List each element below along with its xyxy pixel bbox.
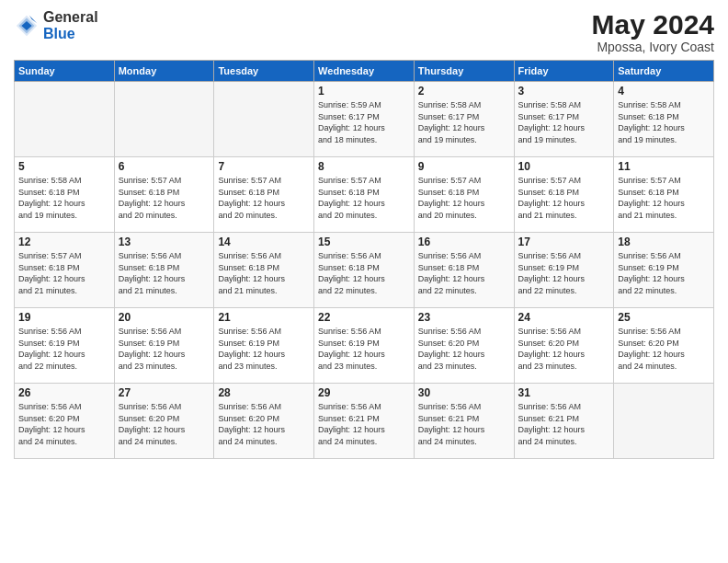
title-block: May 2024 Mpossa, Ivory Coast — [592, 9, 714, 54]
day-info: Sunrise: 5:56 AM Sunset: 6:20 PM Dayligh… — [418, 326, 510, 372]
day-number: 27 — [119, 386, 210, 399]
day-number: 3 — [518, 85, 610, 98]
day-number: 10 — [518, 160, 610, 173]
table-cell: 3Sunrise: 5:58 AM Sunset: 6:17 PM Daylig… — [514, 82, 614, 157]
day-number: 23 — [418, 311, 510, 324]
table-cell: 11Sunrise: 5:57 AM Sunset: 6:18 PM Dayli… — [614, 157, 714, 233]
table-cell: 4Sunrise: 5:58 AM Sunset: 6:18 PM Daylig… — [614, 82, 714, 157]
table-cell — [15, 82, 115, 157]
table-cell: 18Sunrise: 5:56 AM Sunset: 6:19 PM Dayli… — [614, 233, 714, 308]
day-number: 31 — [518, 386, 610, 399]
table-cell: 24Sunrise: 5:56 AM Sunset: 6:20 PM Dayli… — [514, 308, 614, 384]
day-info: Sunrise: 5:57 AM Sunset: 6:18 PM Dayligh… — [618, 175, 710, 221]
day-info: Sunrise: 5:56 AM Sunset: 6:18 PM Dayligh… — [119, 250, 210, 296]
table-cell: 20Sunrise: 5:56 AM Sunset: 6:19 PM Dayli… — [114, 308, 214, 384]
table-cell: 2Sunrise: 5:58 AM Sunset: 6:17 PM Daylig… — [414, 82, 514, 157]
title-location: Mpossa, Ivory Coast — [592, 40, 714, 54]
day-info: Sunrise: 5:57 AM Sunset: 6:18 PM Dayligh… — [418, 175, 510, 221]
calendar-week-4: 19Sunrise: 5:56 AM Sunset: 6:19 PM Dayli… — [15, 308, 714, 384]
title-month: May 2024 — [592, 9, 714, 40]
table-cell: 10Sunrise: 5:57 AM Sunset: 6:18 PM Dayli… — [514, 157, 614, 233]
col-monday: Monday — [114, 61, 214, 82]
table-cell: 31Sunrise: 5:56 AM Sunset: 6:21 PM Dayli… — [514, 384, 614, 459]
table-cell: 23Sunrise: 5:56 AM Sunset: 6:20 PM Dayli… — [414, 308, 514, 384]
day-number: 18 — [618, 236, 710, 248]
table-cell: 19Sunrise: 5:56 AM Sunset: 6:19 PM Dayli… — [15, 308, 115, 384]
day-info: Sunrise: 5:59 AM Sunset: 6:17 PM Dayligh… — [318, 99, 410, 145]
logo: General Blue — [14, 9, 98, 41]
day-info: Sunrise: 5:56 AM Sunset: 6:18 PM Dayligh… — [418, 250, 510, 296]
day-number: 2 — [418, 85, 510, 98]
day-info: Sunrise: 5:56 AM Sunset: 6:20 PM Dayligh… — [218, 401, 310, 447]
day-number: 25 — [618, 311, 710, 324]
table-cell — [214, 82, 314, 157]
logo-general-text: General — [43, 9, 98, 25]
day-info: Sunrise: 5:58 AM Sunset: 6:17 PM Dayligh… — [418, 99, 510, 145]
day-number: 21 — [218, 311, 310, 324]
day-number: 20 — [119, 311, 210, 324]
calendar-week-2: 5Sunrise: 5:58 AM Sunset: 6:18 PM Daylig… — [15, 157, 714, 233]
day-number: 30 — [418, 386, 510, 399]
day-number: 11 — [618, 160, 710, 173]
day-number: 13 — [119, 236, 210, 248]
day-number: 9 — [418, 160, 510, 173]
logo-icon — [14, 13, 40, 39]
table-cell — [614, 384, 714, 459]
day-number: 6 — [119, 160, 210, 173]
day-info: Sunrise: 5:56 AM Sunset: 6:21 PM Dayligh… — [318, 401, 410, 447]
table-cell: 22Sunrise: 5:56 AM Sunset: 6:19 PM Dayli… — [314, 308, 415, 384]
day-number: 29 — [318, 386, 410, 399]
col-thursday: Thursday — [414, 61, 514, 82]
col-wednesday: Wednesday — [314, 61, 415, 82]
day-number: 26 — [18, 386, 110, 399]
day-number: 4 — [618, 85, 710, 98]
day-info: Sunrise: 5:57 AM Sunset: 6:18 PM Dayligh… — [218, 175, 310, 221]
day-number: 7 — [218, 160, 310, 173]
day-number: 8 — [318, 160, 410, 173]
day-info: Sunrise: 5:58 AM Sunset: 6:18 PM Dayligh… — [618, 99, 710, 145]
day-info: Sunrise: 5:56 AM Sunset: 6:21 PM Dayligh… — [518, 401, 610, 447]
day-info: Sunrise: 5:56 AM Sunset: 6:20 PM Dayligh… — [18, 401, 110, 447]
table-cell: 17Sunrise: 5:56 AM Sunset: 6:19 PM Dayli… — [514, 233, 614, 308]
table-cell: 8Sunrise: 5:57 AM Sunset: 6:18 PM Daylig… — [314, 157, 415, 233]
day-info: Sunrise: 5:56 AM Sunset: 6:18 PM Dayligh… — [318, 250, 410, 296]
day-info: Sunrise: 5:56 AM Sunset: 6:19 PM Dayligh… — [518, 250, 610, 296]
table-cell: 26Sunrise: 5:56 AM Sunset: 6:20 PM Dayli… — [15, 384, 115, 459]
calendar-week-5: 26Sunrise: 5:56 AM Sunset: 6:20 PM Dayli… — [15, 384, 714, 459]
table-cell: 27Sunrise: 5:56 AM Sunset: 6:20 PM Dayli… — [114, 384, 214, 459]
page: General Blue May 2024 Mpossa, Ivory Coas… — [0, 0, 728, 563]
day-info: Sunrise: 5:56 AM Sunset: 6:18 PM Dayligh… — [218, 250, 310, 296]
table-cell: 6Sunrise: 5:57 AM Sunset: 6:18 PM Daylig… — [114, 157, 214, 233]
day-info: Sunrise: 5:56 AM Sunset: 6:19 PM Dayligh… — [318, 326, 410, 372]
table-cell: 16Sunrise: 5:56 AM Sunset: 6:18 PM Dayli… — [414, 233, 514, 308]
col-friday: Friday — [514, 61, 614, 82]
day-info: Sunrise: 5:57 AM Sunset: 6:18 PM Dayligh… — [518, 175, 610, 221]
day-number: 5 — [18, 160, 110, 173]
day-info: Sunrise: 5:56 AM Sunset: 6:19 PM Dayligh… — [618, 250, 710, 296]
table-cell: 29Sunrise: 5:56 AM Sunset: 6:21 PM Dayli… — [314, 384, 415, 459]
day-info: Sunrise: 5:56 AM Sunset: 6:20 PM Dayligh… — [119, 401, 210, 447]
calendar-header-row: Sunday Monday Tuesday Wednesday Thursday… — [15, 61, 714, 82]
table-cell: 14Sunrise: 5:56 AM Sunset: 6:18 PM Dayli… — [214, 233, 314, 308]
table-cell: 25Sunrise: 5:56 AM Sunset: 6:20 PM Dayli… — [614, 308, 714, 384]
day-number: 24 — [518, 311, 610, 324]
calendar-week-3: 12Sunrise: 5:57 AM Sunset: 6:18 PM Dayli… — [15, 233, 714, 308]
logo-blue-text: Blue — [43, 26, 75, 41]
calendar: Sunday Monday Tuesday Wednesday Thursday… — [14, 60, 714, 459]
day-info: Sunrise: 5:57 AM Sunset: 6:18 PM Dayligh… — [119, 175, 210, 221]
day-info: Sunrise: 5:56 AM Sunset: 6:19 PM Dayligh… — [218, 326, 310, 372]
day-info: Sunrise: 5:58 AM Sunset: 6:17 PM Dayligh… — [518, 99, 610, 145]
table-cell — [114, 82, 214, 157]
day-info: Sunrise: 5:57 AM Sunset: 6:18 PM Dayligh… — [318, 175, 410, 221]
logo-text: General Blue — [43, 9, 98, 41]
table-cell: 15Sunrise: 5:56 AM Sunset: 6:18 PM Dayli… — [314, 233, 415, 308]
col-sunday: Sunday — [15, 61, 115, 82]
day-info: Sunrise: 5:58 AM Sunset: 6:18 PM Dayligh… — [18, 175, 110, 221]
day-info: Sunrise: 5:56 AM Sunset: 6:19 PM Dayligh… — [119, 326, 210, 372]
header: General Blue May 2024 Mpossa, Ivory Coas… — [14, 9, 714, 54]
day-info: Sunrise: 5:57 AM Sunset: 6:18 PM Dayligh… — [18, 250, 110, 296]
day-number: 16 — [418, 236, 510, 248]
day-info: Sunrise: 5:56 AM Sunset: 6:21 PM Dayligh… — [418, 401, 510, 447]
day-number: 22 — [318, 311, 410, 324]
table-cell: 5Sunrise: 5:58 AM Sunset: 6:18 PM Daylig… — [15, 157, 115, 233]
